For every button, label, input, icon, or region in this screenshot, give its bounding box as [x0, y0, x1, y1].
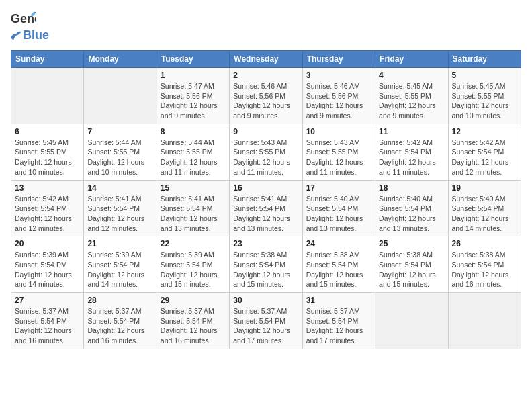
day-info: Sunrise: 5:39 AMSunset: 5:54 PMDaylight:…	[161, 250, 226, 289]
day-info: Sunrise: 5:37 AMSunset: 5:54 PMDaylight:…	[87, 306, 152, 346]
day-number: 29	[161, 295, 226, 305]
calendar-week-row: 20Sunrise: 5:39 AMSunset: 5:54 PMDayligh…	[11, 236, 521, 293]
day-number: 10	[306, 127, 371, 136]
calendar-cell: 28Sunrise: 5:37 AMSunset: 5:54 PMDayligh…	[84, 293, 157, 349]
day-number: 2	[233, 71, 298, 80]
calendar-cell: 13Sunrise: 5:42 AMSunset: 5:54 PMDayligh…	[11, 180, 84, 236]
calendar-cell: 10Sunrise: 5:43 AMSunset: 5:55 PMDayligh…	[302, 124, 375, 180]
bird-icon	[11, 31, 21, 40]
day-info: Sunrise: 5:43 AMSunset: 5:55 PMDaylight:…	[233, 138, 298, 177]
day-info: Sunrise: 5:40 AMSunset: 5:54 PMDaylight:…	[306, 194, 371, 234]
day-number: 11	[379, 127, 444, 136]
calendar-cell: 14Sunrise: 5:41 AMSunset: 5:54 PMDayligh…	[84, 180, 157, 236]
calendar-cell: 12Sunrise: 5:42 AMSunset: 5:54 PMDayligh…	[448, 124, 521, 180]
weekday-header: Thursday	[302, 51, 375, 68]
day-number: 15	[161, 183, 226, 193]
weekday-header: Monday	[84, 51, 157, 68]
calendar-cell: 21Sunrise: 5:39 AMSunset: 5:54 PMDayligh…	[84, 236, 157, 293]
day-info: Sunrise: 5:43 AMSunset: 5:55 PMDaylight:…	[306, 138, 371, 177]
day-number: 26	[452, 239, 517, 248]
page-header: General Blue	[11, 11, 521, 42]
day-number: 30	[233, 295, 298, 305]
day-number: 3	[306, 71, 371, 80]
calendar-cell: 5Sunrise: 5:45 AMSunset: 5:55 PMDaylight…	[448, 68, 521, 124]
calendar-week-row: 6Sunrise: 5:45 AMSunset: 5:55 PMDaylight…	[11, 124, 521, 180]
day-info: Sunrise: 5:37 AMSunset: 5:54 PMDaylight:…	[306, 306, 371, 346]
day-info: Sunrise: 5:46 AMSunset: 5:56 PMDaylight:…	[233, 81, 298, 121]
calendar-cell: 17Sunrise: 5:40 AMSunset: 5:54 PMDayligh…	[302, 180, 375, 236]
calendar-cell	[11, 68, 84, 124]
calendar-cell: 26Sunrise: 5:38 AMSunset: 5:54 PMDayligh…	[448, 236, 521, 293]
calendar-cell: 30Sunrise: 5:37 AMSunset: 5:54 PMDayligh…	[230, 293, 302, 349]
day-info: Sunrise: 5:45 AMSunset: 5:55 PMDaylight:…	[15, 138, 80, 177]
day-info: Sunrise: 5:37 AMSunset: 5:54 PMDaylight:…	[15, 306, 80, 346]
day-number: 16	[233, 183, 298, 193]
day-info: Sunrise: 5:39 AMSunset: 5:54 PMDaylight:…	[15, 250, 80, 289]
day-number: 12	[452, 127, 517, 136]
day-number: 6	[15, 127, 80, 136]
day-info: Sunrise: 5:44 AMSunset: 5:55 PMDaylight:…	[161, 138, 226, 177]
day-number: 23	[233, 239, 298, 248]
calendar-cell: 20Sunrise: 5:39 AMSunset: 5:54 PMDayligh…	[11, 236, 84, 293]
day-info: Sunrise: 5:37 AMSunset: 5:54 PMDaylight:…	[161, 306, 226, 346]
day-info: Sunrise: 5:41 AMSunset: 5:54 PMDaylight:…	[161, 194, 226, 234]
calendar-cell: 2Sunrise: 5:46 AMSunset: 5:56 PMDaylight…	[230, 68, 302, 124]
day-number: 8	[161, 127, 226, 136]
day-number: 24	[306, 239, 371, 248]
calendar-cell: 27Sunrise: 5:37 AMSunset: 5:54 PMDayligh…	[11, 293, 84, 349]
day-number: 31	[306, 295, 371, 305]
day-number: 18	[379, 183, 444, 193]
day-info: Sunrise: 5:41 AMSunset: 5:54 PMDaylight:…	[87, 194, 152, 234]
calendar-cell: 25Sunrise: 5:38 AMSunset: 5:54 PMDayligh…	[375, 236, 448, 293]
day-number: 19	[452, 183, 517, 193]
day-info: Sunrise: 5:37 AMSunset: 5:54 PMDaylight:…	[233, 306, 298, 346]
day-number: 9	[233, 127, 298, 136]
day-number: 25	[379, 239, 444, 248]
calendar-cell: 31Sunrise: 5:37 AMSunset: 5:54 PMDayligh…	[302, 293, 375, 349]
day-info: Sunrise: 5:38 AMSunset: 5:54 PMDaylight:…	[452, 250, 517, 289]
calendar-cell: 16Sunrise: 5:41 AMSunset: 5:54 PMDayligh…	[230, 180, 302, 236]
day-info: Sunrise: 5:46 AMSunset: 5:56 PMDaylight:…	[306, 81, 371, 121]
logo-text-blue: Blue	[23, 28, 49, 42]
calendar-week-row: 13Sunrise: 5:42 AMSunset: 5:54 PMDayligh…	[11, 180, 521, 236]
day-info: Sunrise: 5:42 AMSunset: 5:54 PMDaylight:…	[15, 194, 80, 234]
calendar-cell: 1Sunrise: 5:47 AMSunset: 5:56 PMDaylight…	[157, 68, 229, 124]
day-info: Sunrise: 5:40 AMSunset: 5:54 PMDaylight:…	[379, 194, 444, 234]
calendar-week-row: 1Sunrise: 5:47 AMSunset: 5:56 PMDaylight…	[11, 68, 521, 124]
calendar-cell: 22Sunrise: 5:39 AMSunset: 5:54 PMDayligh…	[157, 236, 229, 293]
logo: General Blue	[11, 11, 49, 42]
weekday-header: Friday	[375, 51, 448, 68]
day-info: Sunrise: 5:39 AMSunset: 5:54 PMDaylight:…	[87, 250, 152, 289]
calendar-cell: 15Sunrise: 5:41 AMSunset: 5:54 PMDayligh…	[157, 180, 229, 236]
calendar-cell: 9Sunrise: 5:43 AMSunset: 5:55 PMDaylight…	[230, 124, 302, 180]
day-info: Sunrise: 5:42 AMSunset: 5:54 PMDaylight:…	[452, 138, 517, 177]
calendar-cell	[375, 293, 448, 349]
weekday-header: Sunday	[11, 51, 84, 68]
calendar-cell: 11Sunrise: 5:42 AMSunset: 5:54 PMDayligh…	[375, 124, 448, 180]
day-number: 14	[87, 183, 152, 193]
calendar-cell: 19Sunrise: 5:40 AMSunset: 5:54 PMDayligh…	[448, 180, 521, 236]
day-number: 13	[15, 183, 80, 193]
calendar-cell	[84, 68, 157, 124]
day-number: 21	[87, 239, 152, 248]
weekday-header: Tuesday	[157, 51, 229, 68]
day-info: Sunrise: 5:41 AMSunset: 5:54 PMDaylight:…	[233, 194, 298, 234]
day-info: Sunrise: 5:40 AMSunset: 5:54 PMDaylight:…	[452, 194, 517, 234]
calendar-week-row: 27Sunrise: 5:37 AMSunset: 5:54 PMDayligh…	[11, 293, 521, 349]
calendar-header-row: SundayMondayTuesdayWednesdayThursdayFrid…	[11, 51, 521, 68]
day-info: Sunrise: 5:42 AMSunset: 5:54 PMDaylight:…	[379, 138, 444, 177]
day-info: Sunrise: 5:47 AMSunset: 5:56 PMDaylight:…	[161, 81, 226, 121]
calendar-cell: 7Sunrise: 5:44 AMSunset: 5:55 PMDaylight…	[84, 124, 157, 180]
day-number: 1	[161, 71, 226, 80]
day-info: Sunrise: 5:45 AMSunset: 5:55 PMDaylight:…	[379, 81, 444, 121]
calendar-cell: 4Sunrise: 5:45 AMSunset: 5:55 PMDaylight…	[375, 68, 448, 124]
calendar-cell: 29Sunrise: 5:37 AMSunset: 5:54 PMDayligh…	[157, 293, 229, 349]
calendar-cell: 8Sunrise: 5:44 AMSunset: 5:55 PMDaylight…	[157, 124, 229, 180]
calendar-cell	[448, 293, 521, 349]
calendar-cell: 3Sunrise: 5:46 AMSunset: 5:56 PMDaylight…	[302, 68, 375, 124]
day-number: 27	[15, 295, 80, 305]
day-info: Sunrise: 5:38 AMSunset: 5:54 PMDaylight:…	[233, 250, 298, 289]
weekday-header: Saturday	[448, 51, 521, 68]
day-number: 17	[306, 183, 371, 193]
calendar-cell: 23Sunrise: 5:38 AMSunset: 5:54 PMDayligh…	[230, 236, 302, 293]
